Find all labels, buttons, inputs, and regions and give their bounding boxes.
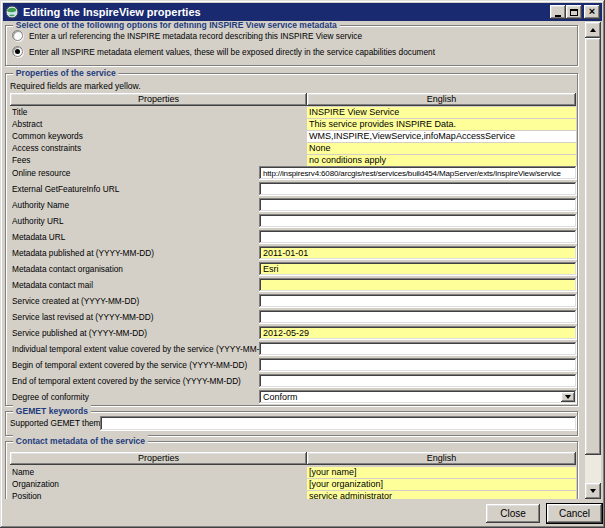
scroll-up-button[interactable]	[585, 22, 601, 38]
field-input[interactable]	[259, 310, 577, 324]
gemet-themes-label: Supported GEMET themes	[10, 418, 109, 429]
scroll-down-icon	[590, 489, 596, 493]
scrollbar-thumb[interactable]	[585, 38, 601, 455]
radio-metadata-values-label[interactable]: Enter all INSPIRE metadata element value…	[29, 46, 435, 58]
field-value-cell[interactable]: service administrator	[307, 491, 576, 499]
field-input[interactable]	[259, 374, 577, 388]
properties-group-label: Properties of the service	[13, 67, 118, 80]
title-bar[interactable]: Editing the InspireView properties ×	[3, 3, 602, 21]
field-label: Metadata URL	[12, 231, 65, 243]
radio-metadata-url-label[interactable]: Enter a url referencing the INSPIRE meta…	[29, 30, 362, 42]
contact-group-label: Contact metadata of the service	[13, 435, 148, 448]
field-value-cell[interactable]: [your organization]	[307, 479, 576, 490]
field-label: Abstract	[12, 119, 42, 130]
field-label: Service created at (YYYY-MM-DD)	[12, 295, 139, 307]
dialog-window: Editing the InspireView properties × Sel…	[0, 0, 605, 528]
vertical-scrollbar[interactable]	[585, 22, 601, 499]
dialog-scroll-area: Select one of the following options for …	[4, 22, 585, 499]
field-label: Metadata published at (YYYY-MM-DD)	[12, 247, 154, 259]
field-value-cell[interactable]: [your name]	[307, 467, 576, 478]
field-label: Fees	[12, 155, 30, 166]
field-label: Name	[12, 467, 34, 478]
field-input[interactable]	[259, 182, 577, 196]
field-input[interactable]	[259, 262, 577, 276]
field-input[interactable]	[259, 342, 577, 356]
field-label: Metadata contact mail	[12, 279, 93, 291]
column-header-properties: Properties	[10, 93, 307, 106]
titlebar-buttons: ×	[550, 5, 600, 19]
close-icon: ×	[589, 6, 595, 17]
field-value-cell[interactable]: None	[307, 143, 576, 154]
cancel-button[interactable]: Cancel	[546, 503, 603, 524]
field-label: Common keywords	[12, 131, 83, 142]
field-label: Individual temporal extent value covered…	[12, 343, 274, 355]
field-input[interactable]	[259, 166, 577, 180]
column-header-english: English	[307, 93, 576, 106]
field-label: Authority Name	[12, 199, 69, 211]
field-label: End of temporal extent covered by the se…	[12, 375, 241, 387]
field-label: Begin of temporal extent covered by the …	[12, 359, 247, 371]
minimize-icon	[555, 15, 561, 17]
maximize-icon	[570, 9, 578, 16]
field-value-cell[interactable]: INSPIRE View Service	[307, 107, 576, 118]
dropdown-arrow-button[interactable]	[561, 392, 575, 402]
field-input[interactable]	[259, 358, 577, 372]
field-label: Authority URL	[12, 215, 64, 227]
contact-column-header-english: English	[307, 452, 576, 465]
maximize-button[interactable]	[566, 5, 582, 19]
field-input[interactable]	[259, 278, 577, 292]
window-title: Editing the InspireView properties	[23, 6, 550, 18]
field-label: Position	[12, 491, 41, 499]
degree-of-conformity-dropdown[interactable]: Conform	[259, 390, 577, 404]
field-value-cell[interactable]: no conditions apply	[307, 155, 576, 166]
field-label: Online resource	[12, 167, 70, 179]
field-label: Title	[12, 107, 27, 118]
dialog-content: Select one of the following options for …	[4, 22, 585, 499]
dropdown-selected-value: Conform	[263, 392, 298, 402]
field-input[interactable]	[259, 230, 577, 244]
gemet-themes-input[interactable]	[100, 416, 577, 431]
field-input[interactable]	[259, 198, 577, 212]
scroll-up-icon	[590, 28, 596, 32]
chevron-down-icon	[565, 395, 571, 399]
titlebar-close-button[interactable]: ×	[584, 5, 600, 19]
field-label: Service published at (YYYY-MM-DD)	[12, 327, 147, 339]
radio-metadata-values-option[interactable]	[12, 46, 23, 57]
field-value-cell[interactable]: This service provides INSPIRE Data.	[307, 119, 576, 130]
radio-metadata-url-option[interactable]	[12, 30, 23, 41]
field-label: External GetFeatureInfo URL	[12, 183, 119, 195]
field-label-degree-of-conformity: Degree of conformity	[12, 392, 89, 403]
globe-window-icon	[5, 5, 19, 19]
field-input[interactable]	[259, 326, 577, 340]
field-input[interactable]	[259, 294, 577, 308]
field-value-cell[interactable]: WMS,INSPIRE,ViewService,infoMapAccessSer…	[307, 131, 576, 142]
scroll-down-button[interactable]	[585, 483, 601, 499]
required-fields-note: Required fields are marked yellow.	[10, 81, 141, 92]
field-input[interactable]	[259, 214, 577, 228]
field-label: Access constraints	[12, 143, 81, 154]
minimize-button[interactable]	[550, 5, 566, 19]
gemet-group-label: GEMET keywords	[13, 405, 91, 418]
field-label: Service last revised at (YYYY-MM-DD)	[12, 311, 153, 323]
field-input[interactable]	[259, 246, 577, 260]
close-button[interactable]: Close	[486, 504, 540, 523]
field-label: Metadata contact organisation	[12, 263, 123, 275]
contact-column-header-properties: Properties	[10, 452, 307, 465]
field-label: Organization	[12, 479, 59, 490]
